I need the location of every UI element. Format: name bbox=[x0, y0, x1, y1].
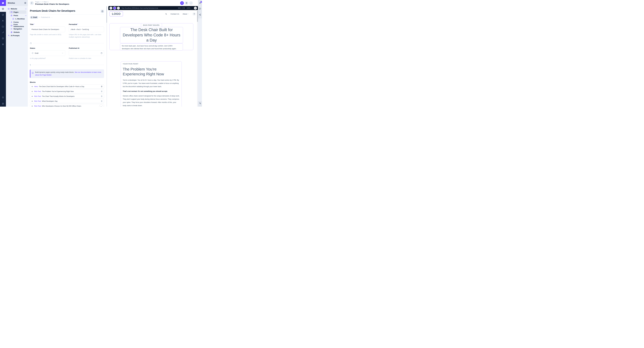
problem-eyebrow: YOUR PAIN POINT bbox=[123, 63, 180, 65]
delete-block-button[interactable] bbox=[101, 86, 103, 87]
drag-handle-icon[interactable] bbox=[31, 100, 33, 102]
share-button[interactable] bbox=[199, 14, 201, 16]
hero-heading[interactable]: The Desk Chair Built for Developers Who … bbox=[120, 27, 183, 43]
block-title: Why Developers Choose Us Over $2,000 Off… bbox=[42, 105, 81, 107]
sidebar-item-form-submissions[interactable]: Form Submissions bbox=[6, 24, 28, 27]
chevron-down-icon[interactable] bbox=[25, 15, 26, 16]
draft-icon bbox=[31, 16, 32, 18]
preview-size-button[interactable] bbox=[110, 7, 112, 9]
required-asterisk: * bbox=[34, 23, 34, 25]
save-button[interactable] bbox=[189, 1, 193, 5]
sidebar-item-posts[interactable]: Posts bbox=[6, 14, 28, 17]
module-insights[interactable] bbox=[0, 29, 6, 35]
globe-icon bbox=[10, 31, 12, 33]
block-row-richtext-2[interactable]: Rich Text: The Chair That Actually Works… bbox=[30, 94, 104, 98]
module-users[interactable] bbox=[0, 18, 6, 24]
preview-toggle-button[interactable] bbox=[180, 1, 184, 5]
status-select[interactable]: Draft bbox=[30, 50, 65, 56]
sidebar-item-pages[interactable]: Pages bbox=[9, 10, 26, 14]
collapse-sidebar-button[interactable] bbox=[24, 2, 26, 4]
site-nav-about[interactable]: About bbox=[183, 13, 189, 15]
draft-icon bbox=[32, 52, 34, 54]
title-field-group: Title* Page title (visible to visitors a… bbox=[30, 23, 65, 38]
sidebar-item-label: Form Submissions bbox=[14, 23, 28, 27]
inbox-icon bbox=[10, 24, 12, 26]
module-editor[interactable] bbox=[0, 12, 6, 18]
notifications-button[interactable] bbox=[0, 95, 6, 100]
device-layout-button[interactable] bbox=[194, 7, 197, 9]
theme-toggle-button[interactable] bbox=[192, 12, 196, 16]
version-label[interactable]: Main bbox=[44, 1, 47, 3]
edit-mode-button[interactable] bbox=[113, 6, 116, 10]
comments-button[interactable] bbox=[199, 8, 201, 10]
notification-count-badge: 1 bbox=[200, 1, 202, 3]
editor-scrollbar-thumb[interactable] bbox=[106, 6, 107, 23]
block-row-richtext-1[interactable]: Rich Text: The Problem You're Experienci… bbox=[30, 89, 104, 93]
status-field-group: Status Draft Is this page published? bbox=[30, 47, 65, 60]
delete-button[interactable] bbox=[185, 1, 188, 5]
kanban-icon bbox=[12, 18, 14, 20]
published-at-input[interactable] bbox=[69, 50, 104, 56]
preview-url[interactable]: http://localhost:3000/desk-chair-landing… bbox=[122, 7, 177, 9]
user-avatar[interactable] bbox=[0, 101, 6, 106]
form-page-title: Premium Desk Chairs for Developers bbox=[30, 9, 101, 12]
sidebar-item-label: AI Prompts bbox=[11, 35, 20, 36]
pilcrow-icon: ¶ bbox=[30, 64, 31, 66]
notifications-tray-button[interactable]: 1 bbox=[199, 2, 201, 4]
site-logo[interactable]: LOGO bbox=[110, 11, 123, 16]
title-field-hint: Page title (visible to visitors and used… bbox=[30, 33, 65, 36]
block-row-richtext-3[interactable]: Rich Text: What Developers Say bbox=[30, 99, 104, 103]
delete-block-button[interactable] bbox=[101, 100, 103, 102]
directus-logo[interactable] bbox=[0, 0, 6, 6]
back-button[interactable] bbox=[30, 1, 34, 5]
block-type-label: Rich Text: bbox=[34, 100, 41, 102]
block-row-richtext-4[interactable]: Rich Text: Why Developers Choose Us Over… bbox=[30, 104, 104, 107]
version-caret[interactable]: ▾ bbox=[48, 1, 48, 3]
sidebar-item-forms[interactable]: Forms bbox=[6, 20, 28, 24]
monitor-icon bbox=[110, 7, 112, 9]
hero-subtext[interactable]: No more back pain. Just laser focus and … bbox=[120, 43, 183, 50]
title-input[interactable] bbox=[30, 26, 65, 32]
drag-handle-icon[interactable] bbox=[31, 105, 33, 107]
meta-dot: • bbox=[39, 16, 40, 18]
sidebar-item-globals[interactable]: Globals bbox=[6, 30, 28, 34]
hero-block-outline[interactable]: BACK PAIN? SOLVED. The Desk Chair Built … bbox=[110, 23, 193, 50]
refresh-button[interactable] bbox=[117, 7, 120, 9]
block-row-hero[interactable]: Hero: The Desk Chair Built for Developer… bbox=[30, 84, 104, 88]
drag-handle-icon[interactable] bbox=[31, 91, 33, 92]
delete-block-button[interactable] bbox=[101, 95, 103, 97]
module-content[interactable] bbox=[0, 6, 6, 12]
status-meta-row: Draft • Published At: -- bbox=[30, 16, 104, 19]
sidebar-item-workflow[interactable]: 1. Workflow bbox=[6, 17, 28, 20]
search-icon[interactable] bbox=[165, 13, 167, 15]
module-files[interactable] bbox=[0, 24, 6, 29]
breadcrumb-root[interactable]: Pages bbox=[35, 1, 40, 3]
permalink-input[interactable] bbox=[69, 26, 104, 32]
block-title: The Problem You're Experiencing Right No… bbox=[42, 91, 74, 92]
problem-heading: The Problem You're Experiencing Right No… bbox=[123, 67, 180, 76]
drag-handle-icon[interactable] bbox=[31, 95, 33, 97]
published-at-meta-value: -- bbox=[52, 16, 52, 18]
preview-scrollbar-thumb[interactable] bbox=[197, 11, 198, 22]
chevron-down-icon bbox=[100, 106, 102, 107]
preview-zoom-select[interactable]: 100% bbox=[186, 7, 192, 9]
delete-block-button[interactable] bbox=[101, 90, 103, 92]
browser-icon bbox=[10, 11, 12, 13]
ai-assistant-button[interactable] bbox=[199, 102, 201, 104]
sun-icon bbox=[193, 13, 195, 15]
preview-scrollbar-track[interactable] bbox=[197, 10, 198, 107]
chevron-down-icon[interactable] bbox=[25, 8, 26, 9]
preview-zoom-value: 100% bbox=[186, 7, 190, 9]
hero-tagline[interactable]: BACK PAIN? SOLVED. bbox=[141, 23, 162, 27]
block-type-label: Rich Text: bbox=[34, 95, 41, 97]
breadcrumb-separator: • bbox=[40, 1, 41, 3]
richtext-block-outline[interactable]: YOUR PAIN POINT The Problem You're Exper… bbox=[121, 61, 182, 107]
module-settings[interactable]: ⚙ bbox=[0, 41, 6, 47]
sidebar-item-website[interactable]: Website bbox=[6, 7, 28, 10]
help-button[interactable] bbox=[101, 10, 104, 13]
sidebar-item-navigation[interactable]: Navigation bbox=[6, 27, 28, 30]
site-nav-contact[interactable]: Contact Us bbox=[170, 13, 179, 15]
module-help[interactable] bbox=[0, 35, 6, 41]
sidebar-item-ai-prompts[interactable]: AI Prompts bbox=[6, 34, 28, 37]
drag-handle-icon[interactable] bbox=[31, 86, 33, 87]
